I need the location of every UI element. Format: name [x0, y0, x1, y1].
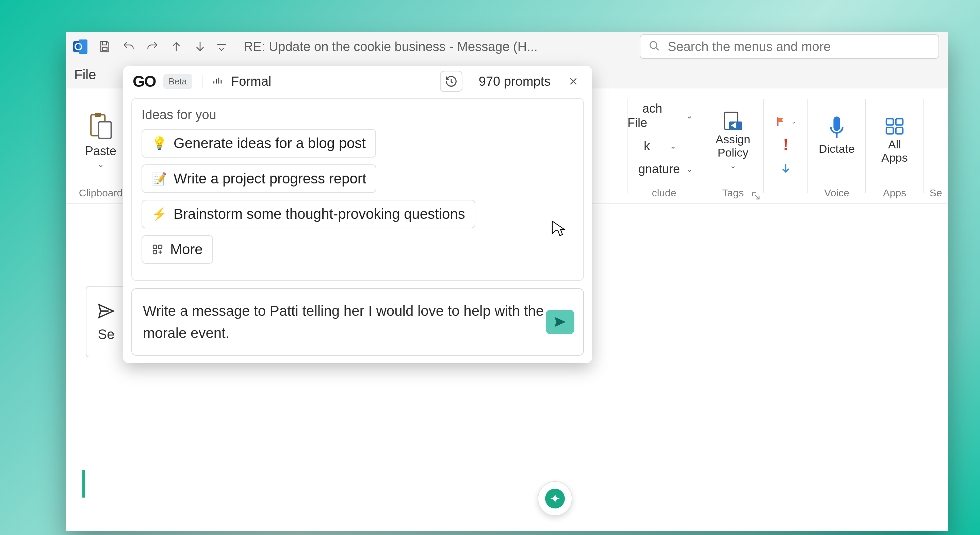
group-label: Clipboard	[79, 187, 123, 199]
svg-rect-11	[886, 119, 894, 125]
dialog-launcher-icon[interactable]	[751, 191, 760, 200]
svg-rect-16	[159, 245, 162, 248]
follow-up-flag-button[interactable]: ⌄	[776, 116, 796, 127]
chevron-down-icon: ⌄	[730, 161, 736, 170]
chevron-down-icon: ⌄	[670, 141, 676, 151]
window-title: RE: Update on the cookie business - Mess…	[243, 40, 538, 54]
tone-icon[interactable]	[212, 75, 224, 88]
svg-rect-13	[886, 127, 894, 134]
svg-rect-7	[99, 122, 111, 139]
idea-chip-blog[interactable]: 💡 Generate ideas for a blog post	[142, 129, 376, 158]
send-label: Se	[98, 327, 115, 342]
low-importance-button[interactable]	[781, 163, 791, 176]
paste-button[interactable]: Paste ⌄	[85, 112, 116, 169]
search-input[interactable]	[668, 40, 930, 54]
idea-chip-brainstorm[interactable]: ⚡ Brainstorm some thought-provoking ques…	[142, 200, 476, 228]
assign-policy-button[interactable]: Assign Policy ⌄	[716, 111, 750, 170]
group-label: Voice	[824, 187, 849, 199]
group-label: Se	[930, 187, 942, 199]
idea-label: Generate ideas for a blog post	[173, 135, 366, 151]
signature-label: Signature	[627, 162, 680, 176]
svg-point-4	[650, 41, 657, 48]
chevron-down-icon: ⌄	[791, 118, 796, 125]
qat-customize-button[interactable]	[215, 37, 228, 57]
save-button[interactable]	[96, 37, 114, 57]
undo-button[interactable]	[120, 37, 137, 57]
next-item-button[interactable]	[191, 37, 209, 57]
ribbon-group-tags-flags: ⌄ !	[764, 89, 808, 204]
go-logo: GO	[133, 72, 156, 91]
sparkle-icon: ✦	[545, 489, 565, 508]
group-label: Apps	[883, 187, 906, 199]
lightbulb-icon: 💡	[152, 136, 167, 151]
search-icon	[649, 40, 660, 53]
ideas-box: Ideas for you 💡 Generate ideas for a blo…	[131, 98, 584, 281]
more-label: More	[170, 241, 203, 258]
svg-rect-6	[95, 113, 101, 117]
link-label: Link	[627, 139, 650, 153]
all-apps-button[interactable]: All Apps	[881, 117, 908, 164]
signature-button[interactable]: Signature⌄	[627, 162, 693, 176]
pencil-icon: 📝	[152, 171, 167, 186]
idea-chip-report[interactable]: 📝 Write a project progress report	[142, 164, 376, 193]
paste-label: Paste	[85, 144, 116, 158]
more-ideas-button[interactable]: More	[142, 235, 213, 264]
group-label: Tags	[722, 187, 743, 199]
go-assistant-panel: GO Beta Formal 970 prompts Ideas for you…	[123, 66, 592, 363]
send-button[interactable]: Se	[86, 286, 127, 357]
divider	[202, 75, 202, 88]
history-button[interactable]	[440, 71, 463, 92]
tone-selector[interactable]: Formal	[231, 74, 271, 89]
bolt-icon: ⚡	[152, 207, 167, 221]
mouse-pointer-icon	[546, 219, 567, 240]
attach-file-label: Attach File	[627, 102, 680, 130]
outlook-icon	[71, 37, 90, 56]
svg-rect-15	[153, 245, 156, 248]
beta-badge: Beta	[163, 74, 192, 89]
all-apps-label: All Apps	[881, 138, 908, 164]
svg-rect-10	[833, 116, 840, 131]
close-button[interactable]	[564, 72, 582, 91]
titlebar: RE: Update on the cookie business - Mess…	[66, 32, 948, 61]
ribbon-group-clipboard: Paste ⌄ Clipboard	[72, 89, 129, 204]
idea-label: Write a project progress report	[173, 170, 366, 187]
ribbon-group-include: Attach File⌄ Link⌄ Signature⌄ Include	[627, 89, 702, 204]
text-cursor	[82, 470, 85, 498]
attach-file-button[interactable]: Attach File⌄	[627, 102, 693, 130]
assign-policy-label: Assign Policy	[716, 133, 750, 159]
prompt-input-box[interactable]: Write a message to Patti telling her I w…	[131, 288, 584, 356]
idea-label: Brainstorm some thought-provoking questi…	[173, 206, 465, 222]
ribbon-group-voice: Dictate Voice	[808, 89, 865, 204]
ribbon-group-sensitivity: Se	[924, 89, 948, 204]
prompt-count: 970 prompts	[479, 74, 550, 89]
chevron-down-icon: ⌄	[686, 164, 693, 174]
svg-rect-3	[102, 47, 107, 51]
redo-button[interactable]	[143, 37, 161, 57]
submit-prompt-button[interactable]	[546, 310, 574, 334]
go-launcher-bubble[interactable]: ✦	[538, 481, 572, 516]
ideas-title: Ideas for you	[142, 108, 574, 122]
prompt-text: Write a message to Patti telling her I w…	[143, 300, 546, 344]
ribbon-group-apps: All Apps Apps	[865, 89, 924, 204]
chevron-down-icon: ⌄	[686, 111, 693, 121]
dictate-button[interactable]: Dictate	[819, 115, 855, 166]
go-header: GO Beta Formal 970 prompts	[123, 66, 592, 97]
dictate-label: Dictate	[819, 142, 855, 156]
tell-me-search[interactable]	[640, 34, 939, 59]
tab-file[interactable]: File	[72, 67, 105, 89]
group-label: Include	[643, 187, 676, 199]
svg-rect-1	[79, 40, 88, 54]
ribbon-group-assign-policy: Assign Policy ⌄ Tags	[702, 89, 764, 204]
svg-rect-12	[896, 119, 903, 125]
high-importance-button[interactable]: !	[783, 135, 788, 154]
previous-item-button[interactable]	[167, 37, 185, 57]
link-button[interactable]: Link⌄	[627, 139, 676, 153]
chevron-down-icon: ⌄	[97, 159, 104, 169]
svg-rect-17	[153, 250, 156, 254]
svg-rect-14	[896, 127, 903, 134]
